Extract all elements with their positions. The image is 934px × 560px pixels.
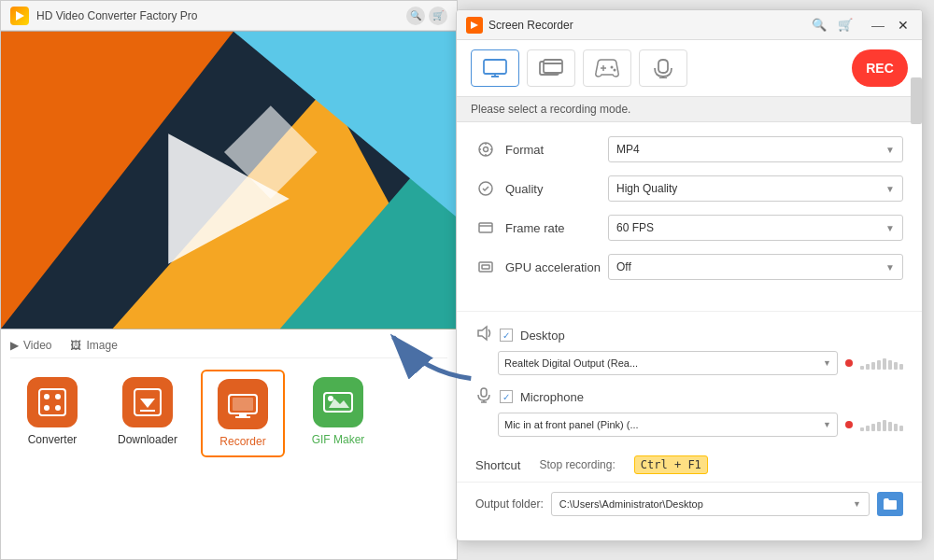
settings-divider xyxy=(457,311,922,312)
mic-vol-dot xyxy=(845,421,853,428)
video-icon: ▶ xyxy=(10,339,19,352)
tab-image[interactable]: 🖼 Image xyxy=(70,339,117,352)
rec-button[interactable]: REC xyxy=(852,49,908,87)
svg-point-33 xyxy=(611,66,614,69)
mic-bar-8 xyxy=(899,426,903,431)
quality-icon xyxy=(475,178,496,199)
desktop-audio-row: ✓ Desktop Realtek Digital Output (Rea...… xyxy=(475,325,903,375)
gif-icon-box xyxy=(313,377,363,427)
quality-arrow: ▼ xyxy=(885,184,895,194)
recorder-window: Screen Recorder 🔍 🛒 — ✕ xyxy=(456,9,923,541)
audio-mode-btn[interactable] xyxy=(639,49,687,87)
info-bar: Please select a recording mode. xyxy=(457,96,922,122)
svg-marker-48 xyxy=(478,327,487,340)
minimize-button[interactable]: — xyxy=(868,18,888,33)
tool-gif-maker[interactable]: GIF Maker xyxy=(296,370,380,457)
mic-bar-1 xyxy=(860,427,864,431)
bg-titlebar: HD Video Converter Factory Pro 🔍 🛒 xyxy=(1,1,457,31)
desktop-vol-dot xyxy=(845,359,853,367)
svg-point-21 xyxy=(328,396,333,401)
tab-video[interactable]: ▶ Video xyxy=(10,339,51,352)
vol-bar-7 xyxy=(894,362,898,370)
output-row: Output folder: C:\Users\Administrator\De… xyxy=(457,482,922,525)
vol-bar-8 xyxy=(899,364,903,370)
converter-label: Converter xyxy=(28,433,78,446)
desktop-header: ✓ Desktop xyxy=(475,325,903,345)
quality-select[interactable]: High Quality ▼ xyxy=(608,175,903,202)
format-label: Format xyxy=(505,143,608,157)
format-row: Format MP4 ▼ xyxy=(475,136,903,162)
desktop-controls: Realtek Digital Output (Rea... ▼ xyxy=(498,351,903,375)
mic-header: ✓ Microphone xyxy=(475,386,903,407)
svg-point-38 xyxy=(484,147,488,152)
screen-mode-btn[interactable] xyxy=(471,49,519,87)
svg-rect-18 xyxy=(239,413,247,416)
svg-marker-0 xyxy=(16,11,24,21)
framerate-arrow: ▼ xyxy=(885,223,895,233)
format-value: MP4 xyxy=(616,143,640,156)
window-mode-btn[interactable] xyxy=(527,49,575,87)
desktop-checkbox[interactable]: ✓ xyxy=(500,329,513,342)
bg-canvas xyxy=(1,31,457,329)
mic-vol-bars xyxy=(860,418,903,431)
desktop-label: Desktop xyxy=(520,329,565,343)
recorder-titlebar: Screen Recorder 🔍 🛒 — ✕ xyxy=(457,10,922,40)
shortcut-label: Shortcut xyxy=(475,458,520,472)
downloader-icon-box xyxy=(122,377,173,427)
shortcut-stop-label: Stop recording: xyxy=(539,458,615,471)
vol-bar-1 xyxy=(860,366,864,370)
gpu-icon xyxy=(475,257,496,277)
gpu-value: Off xyxy=(616,260,631,273)
framerate-select[interactable]: 60 FPS ▼ xyxy=(608,215,903,241)
tool-downloader[interactable]: Downloader xyxy=(106,370,190,457)
quality-value: High Quality xyxy=(616,182,677,195)
bg-search-btn[interactable]: 🔍 xyxy=(406,7,425,25)
vol-bar-6 xyxy=(888,360,892,370)
recorder-title: Screen Recorder xyxy=(488,19,812,32)
svg-rect-24 xyxy=(484,60,506,74)
output-path-text: C:\Users\Administrator\Desktop xyxy=(559,498,703,510)
settings-panel: Format MP4 ▼ Quality High Quality ▼ xyxy=(457,122,922,307)
mic-bar-5 xyxy=(883,420,886,431)
bg-app-title: HD Video Converter Factory Pro xyxy=(36,9,406,22)
desktop-select-arrow: ▼ xyxy=(823,358,831,368)
mic-checkbox[interactable]: ✓ xyxy=(500,390,513,403)
svg-rect-44 xyxy=(479,223,492,232)
section-tabs: ▶ Video 🖼 Image xyxy=(10,339,447,358)
audio-section: ✓ Desktop Realtek Digital Output (Rea...… xyxy=(457,325,922,437)
bg-cart-btn[interactable]: 🛒 xyxy=(429,7,447,25)
bg-app-logo xyxy=(10,7,29,25)
gpu-label: GPU acceleration xyxy=(505,260,608,274)
format-select[interactable]: MP4 ▼ xyxy=(608,136,903,162)
game-mode-btn[interactable] xyxy=(583,49,631,87)
window-controls: 🔍 🛒 — ✕ xyxy=(812,18,913,33)
close-button[interactable]: ✕ xyxy=(894,18,913,33)
mic-device-select[interactable]: Mic in at front panel (Pink) (... ▼ xyxy=(498,413,838,437)
bg-bottom: ▶ Video 🖼 Image xyxy=(1,329,457,467)
mic-icon xyxy=(475,386,492,407)
gpu-row: GPU acceleration Off ▼ xyxy=(475,254,903,280)
mic-audio-row: ✓ Microphone Mic in at front panel (Pink… xyxy=(475,386,903,437)
svg-point-12 xyxy=(55,405,61,411)
tool-recorder[interactable]: Recorder xyxy=(201,370,285,457)
framerate-label: Frame rate xyxy=(505,221,608,235)
mic-bar-3 xyxy=(871,424,875,431)
mic-select-arrow: ▼ xyxy=(823,420,831,429)
mic-label: Microphone xyxy=(520,390,584,404)
svg-marker-23 xyxy=(471,21,478,29)
gpu-select[interactable]: Off ▼ xyxy=(608,254,903,280)
browse-folder-button[interactable] xyxy=(877,492,903,516)
downloader-label: Downloader xyxy=(118,433,177,446)
tool-converter[interactable]: Converter xyxy=(10,370,94,457)
cart-icon[interactable]: 🛒 xyxy=(838,18,853,32)
svg-rect-49 xyxy=(481,388,487,397)
output-label: Output folder: xyxy=(475,497,544,511)
svg-rect-15 xyxy=(140,410,155,412)
svg-rect-8 xyxy=(39,389,65,415)
desktop-device-select[interactable]: Realtek Digital Output (Rea... ▼ xyxy=(498,351,838,375)
search-icon[interactable]: 🔍 xyxy=(812,18,827,32)
svg-point-10 xyxy=(55,394,61,399)
mode-toolbar: REC xyxy=(457,40,922,96)
svg-rect-29 xyxy=(544,60,562,73)
scrollbar[interactable] xyxy=(911,77,922,124)
